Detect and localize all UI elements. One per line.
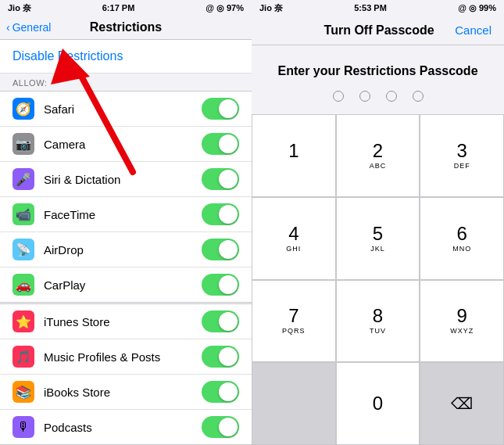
- podcasts-label: Podcasts: [44, 421, 202, 434]
- passcode-title: Enter your Restrictions Passcode: [277, 64, 477, 78]
- camera-icon: 📷: [13, 133, 34, 155]
- list-item-safari[interactable]: 🧭 Safari: [0, 92, 252, 127]
- podcasts-toggle[interactable]: [202, 416, 239, 438]
- keypad-row-3: 7 PQRS 8 TUV 9 WXYZ: [252, 280, 504, 363]
- back-label: General: [13, 21, 52, 34]
- ibooks-label: iBooks Store: [44, 386, 202, 399]
- list-item-airdrop[interactable]: 📡 AirDrop: [0, 232, 252, 267]
- siri-toggle[interactable]: [202, 168, 239, 190]
- dot-3: [386, 91, 397, 102]
- carplay-label: CarPlay: [44, 278, 202, 292]
- ibooks-icon: 📚: [13, 381, 34, 403]
- passcode-dots: [333, 91, 424, 102]
- airdrop-label: AirDrop: [44, 243, 202, 257]
- key-9-number: 9: [457, 307, 467, 325]
- key-2-letters: ABC: [370, 162, 387, 170]
- key-7[interactable]: 7 PQRS: [252, 280, 336, 363]
- allow-list: 🧭 Safari 📷 Camera 🎤 Siri & Dictation 📹 F…: [0, 91, 252, 303]
- list-item-ibooks[interactable]: 📚 iBooks Store: [0, 375, 252, 410]
- siri-label: Siri & Dictation: [44, 173, 202, 186]
- key-2[interactable]: 2 ABC: [336, 114, 420, 197]
- safari-label: Safari: [44, 102, 202, 116]
- left-carrier: Jio 奈: [8, 2, 31, 14]
- list-item-carplay[interactable]: 🚗 CarPlay: [0, 267, 252, 302]
- list-item-music[interactable]: 🎵 Music Profiles & Posts: [0, 339, 252, 375]
- key-7-letters: PQRS: [282, 327, 306, 335]
- list-item-podcasts[interactable]: 🎙 Podcasts: [0, 410, 252, 444]
- airdrop-toggle[interactable]: [202, 239, 239, 260]
- key-3[interactable]: 3 DEF: [420, 114, 504, 197]
- airdrop-icon: 📡: [13, 239, 34, 260]
- left-page-title: Restrictions: [90, 20, 162, 34]
- key-4-letters: GHI: [286, 245, 301, 253]
- key-7-number: 7: [288, 307, 298, 325]
- itunes-toggle[interactable]: [202, 310, 239, 332]
- key-6-letters: MNO: [452, 245, 471, 253]
- keypad-row-4: 0 ⌫: [252, 362, 504, 445]
- key-8[interactable]: 8 TUV: [336, 280, 420, 363]
- ibooks-toggle[interactable]: [202, 381, 239, 403]
- key-8-letters: TUV: [370, 327, 386, 335]
- music-label: Music Profiles & Posts: [44, 350, 202, 364]
- right-page-title: Turn Off Passcode: [324, 23, 434, 38]
- right-panel: Jio 奈 5:53 PM @ ◎ 99% Turn Off Passcode …: [252, 0, 504, 445]
- key-2-number: 2: [373, 142, 383, 160]
- disable-restrictions-label: Disable Restrictions: [13, 49, 123, 63]
- itunes-label: iTunes Store: [44, 315, 202, 328]
- back-button[interactable]: ‹ General: [6, 21, 51, 34]
- key-0-number: 0: [373, 394, 383, 413]
- key-9-letters: WXYZ: [450, 327, 474, 335]
- passcode-content: Enter your Restrictions Passcode: [252, 45, 504, 114]
- left-time: 6:17 PM: [102, 3, 135, 13]
- siri-icon: 🎤: [13, 168, 34, 190]
- allow-list-2: ⭐ iTunes Store 🎵 Music Profiles & Posts …: [0, 303, 252, 445]
- key-8-number: 8: [373, 307, 383, 325]
- left-status-icons: @ ◎ 97%: [206, 3, 244, 13]
- backspace-icon: ⌫: [451, 394, 473, 413]
- camera-toggle[interactable]: [202, 133, 239, 155]
- itunes-icon: ⭐: [13, 310, 34, 332]
- key-5-number: 5: [373, 224, 383, 243]
- key-0[interactable]: 0: [336, 362, 420, 445]
- cancel-button[interactable]: Cancel: [455, 23, 491, 37]
- facetime-toggle[interactable]: [202, 203, 239, 225]
- key-3-number: 3: [457, 142, 467, 160]
- dot-4: [413, 91, 424, 102]
- right-status-icons: @ ◎ 99%: [458, 3, 496, 13]
- disable-restrictions-row[interactable]: Disable Restrictions: [0, 40, 252, 74]
- key-1[interactable]: 1: [252, 114, 336, 197]
- carplay-toggle[interactable]: [202, 274, 239, 296]
- back-chevron-icon: ‹: [6, 21, 10, 34]
- key-9[interactable]: 9 WXYZ: [420, 280, 504, 363]
- left-status-bar: Jio 奈 6:17 PM @ ◎ 97%: [0, 0, 252, 16]
- list-item-siri[interactable]: 🎤 Siri & Dictation: [0, 162, 252, 197]
- keypad-row-1: 1 2 ABC 3 DEF: [252, 114, 504, 197]
- podcasts-icon: 🎙: [13, 416, 34, 438]
- list-item-itunes[interactable]: ⭐ iTunes Store: [0, 304, 252, 339]
- key-1-letters: [292, 162, 295, 170]
- key-5[interactable]: 5 JKL: [336, 197, 420, 280]
- backspace-key[interactable]: ⌫: [420, 362, 504, 445]
- list-item-facetime[interactable]: 📹 FaceTime: [0, 197, 252, 232]
- dot-1: [333, 91, 344, 102]
- right-nav-bar: Turn Off Passcode Cancel: [252, 16, 504, 45]
- key-4-number: 4: [288, 224, 298, 243]
- facetime-icon: 📹: [13, 203, 34, 225]
- safari-toggle[interactable]: [202, 98, 239, 120]
- key-empty: [252, 362, 336, 445]
- key-4[interactable]: 4 GHI: [252, 197, 336, 280]
- key-3-letters: DEF: [454, 162, 470, 170]
- list-item-camera[interactable]: 📷 Camera: [0, 127, 252, 162]
- facetime-label: FaceTime: [44, 208, 202, 221]
- key-6-number: 6: [457, 224, 467, 243]
- keypad-row-2: 4 GHI 5 JKL 6 MNO: [252, 197, 504, 280]
- right-time: 5:53 PM: [354, 3, 387, 13]
- key-6[interactable]: 6 MNO: [420, 197, 504, 280]
- allow-section-header: ALLOW:: [0, 74, 252, 91]
- key-5-letters: JKL: [370, 245, 385, 253]
- music-toggle[interactable]: [202, 346, 239, 368]
- safari-icon: 🧭: [13, 98, 34, 120]
- camera-label: Camera: [44, 138, 202, 151]
- key-1-number: 1: [288, 142, 298, 160]
- carplay-icon: 🚗: [13, 274, 34, 296]
